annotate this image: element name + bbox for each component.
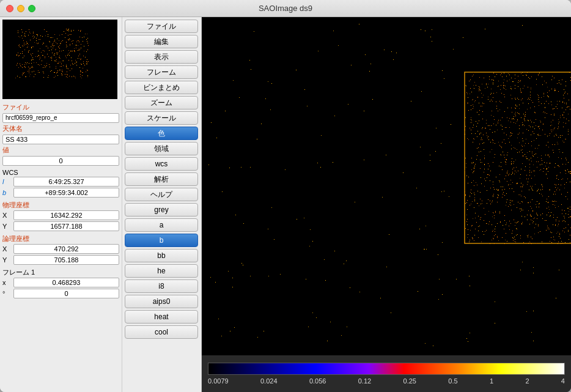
image-area <box>202 17 571 355</box>
menu-btn-zoom[interactable]: ズーム <box>125 96 198 109</box>
b-value: +89:59:34.002 <box>13 188 119 198</box>
menu-btn-cool[interactable]: cool <box>125 325 198 339</box>
colorbar-label: 0.25 <box>403 377 416 385</box>
b-label: b <box>2 189 11 196</box>
logic-y-label: Y <box>2 256 11 264</box>
application-window: SAOImage ds9 ファイル hrcf06599_repro_e 天体名 … <box>0 0 571 392</box>
l-label: l <box>2 178 11 185</box>
menu-btn-aips0[interactable]: aips0 <box>125 295 198 308</box>
menu-btn-frame[interactable]: フレーム <box>125 65 198 79</box>
logic-label: 論理座標 <box>2 234 119 243</box>
logic-x-label: X <box>2 245 11 253</box>
wcs-label: WCS <box>2 169 119 176</box>
titlebar: SAOImage ds9 <box>0 0 571 17</box>
l-value: 6:49:25.327 <box>13 177 119 187</box>
value-value: 0 <box>2 156 119 166</box>
value-label: 値 <box>2 146 27 155</box>
object-value: SS 433 <box>2 135 119 144</box>
colorbar-label: 4 <box>561 377 565 385</box>
close-button[interactable] <box>6 5 13 12</box>
minimize-button[interactable] <box>17 5 24 12</box>
frame-x-value: 0.468293 <box>13 278 119 287</box>
traffic-lights <box>6 5 35 12</box>
menu-btn-edit[interactable]: 編集 <box>125 35 198 48</box>
colorbar-label: 0.12 <box>358 377 371 385</box>
phys-x-label: X <box>2 212 11 219</box>
phys-y-row: Y 16577.188 <box>2 221 119 231</box>
logic-y-row: Y 705.188 <box>2 255 119 265</box>
file-row: ファイル <box>2 103 119 112</box>
left-panel: ファイル hrcf06599_repro_e 天体名 SS 433 値 0 WC… <box>0 17 122 392</box>
logic-y-value: 705.188 <box>13 255 119 265</box>
menu-btn-he[interactable]: he <box>125 264 198 278</box>
menu-btn-i8[interactable]: i8 <box>125 279 198 293</box>
menu-btn-color[interactable]: 色 <box>125 127 198 140</box>
object-value-row: SS 433 <box>2 135 119 144</box>
value-value-row: 0 <box>2 156 119 166</box>
logic-x-value: 470.292 <box>13 244 119 254</box>
window-title: SAOImage ds9 <box>259 4 312 13</box>
frame-x-label: x <box>2 279 11 286</box>
phys-label: 物理座標 <box>2 201 119 210</box>
menu-btn-file[interactable]: ファイル <box>125 20 198 33</box>
menu-btn-b[interactable]: b <box>125 234 198 247</box>
phys-x-row: X 16342.292 <box>2 210 119 220</box>
menu-btn-heat[interactable]: heat <box>125 310 198 324</box>
colorbar-label: 2 <box>525 377 529 385</box>
frame-label: フレーム 1 <box>2 268 119 277</box>
logic-x-row: X 470.292 <box>2 244 119 254</box>
object-row: 天体名 <box>2 124 119 133</box>
colorbar-labels: 0.00790.0240.0560.120.250.5124 <box>208 377 565 385</box>
phys-y-value: 16577.188 <box>13 221 119 231</box>
frame-deg-row: ° 0 <box>2 289 119 298</box>
menu-panel: ファイル編集表示フレームビンまとめズームスケール色領域wcs解析ヘルプgreya… <box>122 17 202 392</box>
menu-btn-wcs[interactable]: wcs <box>125 157 198 171</box>
menu-btn-bb[interactable]: bb <box>125 249 198 262</box>
right-panel: 0.00790.0240.0560.120.250.5124 <box>202 17 571 392</box>
file-label: ファイル <box>2 103 29 112</box>
object-label: 天体名 <box>2 124 27 133</box>
frame-deg-value: 0 <box>13 289 119 298</box>
colorbar-label: 0.056 <box>309 377 326 385</box>
menu-btn-help[interactable]: ヘルプ <box>125 188 198 201</box>
colorbar-label: 0.024 <box>260 377 278 385</box>
frame-deg-label: ° <box>2 290 11 297</box>
frame-x-row: x 0.468293 <box>2 278 119 287</box>
menu-btn-grey[interactable]: grey <box>125 203 198 216</box>
phys-x-value: 16342.292 <box>13 210 119 220</box>
file-value-row: hrcf06599_repro_e <box>2 113 119 123</box>
menu-btn-view[interactable]: 表示 <box>125 50 198 64</box>
l-row: l 6:49:25.327 <box>2 177 119 187</box>
colorbar-label: 0.5 <box>448 377 457 385</box>
colorbar-label: 0.0079 <box>208 377 229 385</box>
menu-btn-region[interactable]: 領域 <box>125 142 198 155</box>
menu-btn-analysis[interactable]: 解析 <box>125 172 198 186</box>
b-row: b +89:59:34.002 <box>2 188 119 198</box>
colorbar-area: 0.00790.0240.0560.120.250.5124 <box>202 355 571 392</box>
preview-image <box>2 20 117 99</box>
maximize-button[interactable] <box>28 5 35 12</box>
menu-btn-a[interactable]: a <box>125 218 198 232</box>
main-image-canvas <box>202 17 571 355</box>
file-value: hrcf06599_repro_e <box>2 113 119 123</box>
menu-btn-bin[interactable]: ビンまとめ <box>125 81 198 94</box>
colorbar-label: 1 <box>490 377 493 385</box>
value-label-row: 値 <box>2 146 119 155</box>
phys-y-label: Y <box>2 223 11 230</box>
menu-btn-scale[interactable]: スケール <box>125 111 198 125</box>
preview-canvas <box>2 20 117 99</box>
colorbar-canvas <box>208 363 565 375</box>
main-content: ファイル hrcf06599_repro_e 天体名 SS 433 値 0 WC… <box>0 17 571 392</box>
